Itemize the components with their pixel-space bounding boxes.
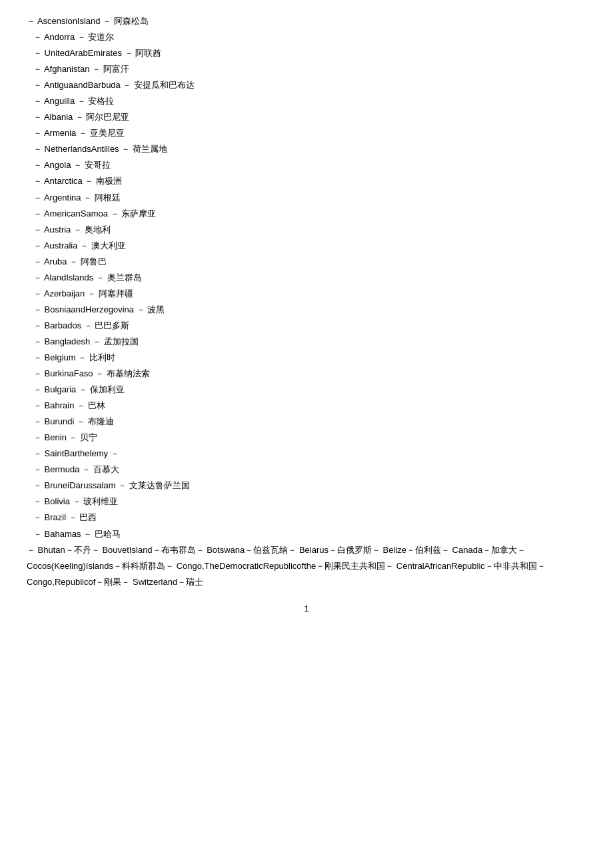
list-item: － Andorra － 安道尔 bbox=[27, 29, 586, 45]
list-item: － Barbados － 巴巴多斯 bbox=[27, 318, 586, 334]
page-number: 1 bbox=[27, 604, 586, 614]
last-line: － Bhutan－不丹－ BouvetIsland－布韦群岛－ Botswana… bbox=[27, 542, 586, 590]
list-item: － Bangladesh － 孟加拉国 bbox=[27, 334, 586, 350]
list-item: － AmericanSamoa － 东萨摩亚 bbox=[27, 206, 586, 222]
list-item: － AntiguaandBarbuda － 安提瓜和巴布达 bbox=[27, 77, 586, 93]
list-item: － BosniaandHerzegovina － 波黑 bbox=[27, 302, 586, 318]
list-item: － Bahamas － 巴哈马 bbox=[27, 526, 586, 542]
list-item: － Azerbaijan － 阿塞拜疆 bbox=[27, 286, 586, 302]
list-item: － Benin － 贝宁 bbox=[27, 430, 586, 446]
list-item: － BurkinaFaso － 布基纳法索 bbox=[27, 366, 586, 382]
list-item: － Austria － 奥地利 bbox=[27, 222, 586, 238]
list-item: － Bermuda － 百慕大 bbox=[27, 462, 586, 478]
list-item: － UnitedArabEmirates － 阿联酋 bbox=[27, 45, 586, 61]
list-item: － BruneiDarussalam － 文莱达鲁萨兰国 bbox=[27, 478, 586, 494]
list-item: － Armenia － 亚美尼亚 bbox=[27, 125, 586, 141]
list-item: － Argentina － 阿根廷 bbox=[27, 190, 586, 206]
list-item: － Albania － 阿尔巴尼亚 bbox=[27, 109, 586, 125]
list-item: － Burundi － 布隆迪 bbox=[27, 414, 586, 430]
list-item: － Brazil － 巴西 bbox=[27, 510, 586, 526]
list-item: － AlandIslands － 奥兰群岛 bbox=[27, 270, 586, 286]
list-item: － Afghanistan － 阿富汗 bbox=[27, 61, 586, 77]
list-item: － Belgium － 比利时 bbox=[27, 350, 586, 366]
list-item: － Antarctica － 南极洲 bbox=[27, 173, 586, 189]
list-item: － Bolivia － 玻利维亚 bbox=[27, 494, 586, 510]
list-item: － Anguilla － 安格拉 bbox=[27, 93, 586, 109]
country-list: － AscensionIsland － 阿森松岛－ Andorra － 安道尔－… bbox=[27, 13, 586, 590]
list-item: － SaintBarthelemy － bbox=[27, 446, 586, 462]
list-item: － Angola － 安哥拉 bbox=[27, 157, 586, 173]
list-item: － Aruba － 阿鲁巴 bbox=[27, 254, 586, 270]
list-item: － NetherlandsAntilles － 荷兰属地 bbox=[27, 141, 586, 157]
list-item: － Bahrain － 巴林 bbox=[27, 398, 586, 414]
list-item: － Australia － 澳大利亚 bbox=[27, 238, 586, 254]
list-item: － AscensionIsland － 阿森松岛 bbox=[27, 13, 586, 29]
list-item: － Bulgaria － 保加利亚 bbox=[27, 382, 586, 398]
